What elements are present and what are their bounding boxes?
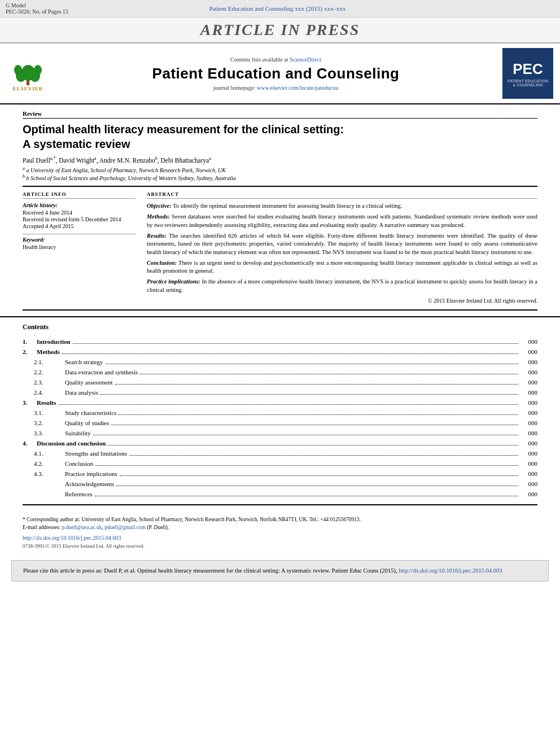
received-date: Received 4 June 2014 <box>23 209 135 216</box>
toc-page: 000 <box>520 470 537 477</box>
toc-dots <box>129 448 518 456</box>
toc-number: 2.3. <box>34 379 65 386</box>
journal-header: ELSEVIER Contents lists available at Sci… <box>0 43 560 104</box>
toc-number: 1. <box>23 338 37 345</box>
model-info: G Model PEC-5026; No. of Pages 13 <box>6 2 68 15</box>
article-title: Optimal health literacy measurement for … <box>23 122 537 151</box>
toc-page: 000 <box>520 430 537 436</box>
toc-number: 3. <box>23 399 37 406</box>
svg-point-5 <box>34 65 42 75</box>
toc-text: Methods <box>37 348 60 355</box>
toc-item: 3.Results000 <box>23 397 537 406</box>
citation-doi-link[interactable]: http://dx.doi.org/10.1016/j.pec.2015.04.… <box>399 567 502 574</box>
toc-dots <box>120 468 518 476</box>
article-info-header: ARTICLE INFO <box>23 191 135 199</box>
keyword-value: Health literacy <box>23 244 135 250</box>
abstract-practice: Practice implications: In the absence of… <box>147 278 537 294</box>
toc-dots <box>95 488 518 496</box>
contents-line: Contents lists available at ScienceDirec… <box>49 56 502 63</box>
toc-page: 000 <box>520 348 537 355</box>
toc-dots <box>140 366 518 374</box>
doi-link[interactable]: http://dx.doi.org/10.1016/j.pec.2015.04.… <box>23 535 121 541</box>
toc-item: 3.3.Suitability000 <box>23 427 537 436</box>
abstract-col: ABSTRACT Objective: To identify the opti… <box>147 191 537 304</box>
toc-text: Suitability <box>65 430 91 436</box>
accepted-date: Accepted 4 April 2015 <box>23 223 135 229</box>
toc-text: Quality of studies <box>65 420 109 426</box>
copyright-line: © 2015 Elsevier Ireland Ltd. All rights … <box>147 298 537 304</box>
toc-item: 2.1.Search strategy000 <box>23 356 537 365</box>
toc-item: 1.Introduction000 <box>23 336 537 345</box>
toc-number: 2.4. <box>34 389 65 396</box>
toc-page: 000 <box>520 450 537 457</box>
abstract-conclusion: Conclusion: There is an urgent need to d… <box>147 259 537 276</box>
toc-text: Data extraction and synthesis <box>65 369 138 375</box>
email2[interactable]: pduell@gmail.com <box>104 525 146 530</box>
toc-page: 000 <box>520 399 537 406</box>
toc-number: 3.3. <box>34 430 65 436</box>
email-line: E-mail addresses: p.duell@uea.ac.uk, pdu… <box>23 525 537 530</box>
toc-page: 000 <box>520 420 537 426</box>
sciencedirect-link[interactable]: ScienceDirect <box>290 56 321 63</box>
toc-number: 2.2. <box>34 369 65 375</box>
toc-dots <box>116 478 518 486</box>
divider-thick <box>23 186 537 187</box>
toc-text: Search strategy <box>65 359 103 365</box>
divider-after-toc <box>23 504 537 505</box>
toc-dots <box>93 427 518 435</box>
abstract-results: Results: The searches identified 626 art… <box>147 232 537 257</box>
toc-number: 4.2. <box>34 460 65 467</box>
footer-section: * Corresponding author at: University of… <box>0 511 560 554</box>
issn-line: 0738-3991/© 2015 Elsevier Ireland Ltd. A… <box>23 543 537 549</box>
contents-section: Contents 1.Introduction0002.Methods0002.… <box>0 316 560 504</box>
elsevier-logo: ELSEVIER <box>7 56 49 91</box>
homepage-url[interactable]: www.elsevier.com/locate/pateducou <box>257 85 338 91</box>
toc-item: 3.1.Study characteristics000 <box>23 407 537 416</box>
divider-after-abstract <box>23 309 537 311</box>
article-body: Review Optimal health literacy measureme… <box>0 104 560 309</box>
toc-page: 000 <box>520 389 537 396</box>
toc-number: 2. <box>23 348 37 355</box>
toc-text: Introduction <box>37 338 71 345</box>
revised-date: Received in revised form 5 December 2014 <box>23 216 135 222</box>
toc-text: Results <box>37 399 56 406</box>
email1[interactable]: p.duell@uea.ac.uk <box>62 525 102 530</box>
toc-dots <box>111 417 518 425</box>
toc-number: 4.3. <box>34 470 65 477</box>
toc-item: 2.Methods000 <box>23 346 537 355</box>
toc-item: 4.2.Conclusion000 <box>23 458 537 467</box>
toc-container: 1.Introduction0002.Methods0002.1.Search … <box>23 336 537 497</box>
toc-page: 000 <box>520 460 537 467</box>
toc-item: 4.1.Strengths and limitations000 <box>23 448 537 457</box>
toc-dots <box>100 387 518 395</box>
toc-text: Strengths and limitations <box>65 450 127 457</box>
affiliation-b: b b School of Social Sciences and Psycho… <box>23 174 537 181</box>
authors-line: Paul Duella,*, David Wrighta, Andre M.N.… <box>23 156 537 164</box>
toc-text: Acknowledgements <box>65 480 114 487</box>
pec-logo: PEC PATIENT EDUCATION& COUNSELING <box>502 48 553 99</box>
toc-dots <box>106 356 519 364</box>
toc-text: Study characteristics <box>65 409 116 416</box>
toc-text: Quality assessment <box>65 379 113 386</box>
review-label: Review <box>23 110 537 119</box>
two-col-layout: ARTICLE INFO Article history: Received 4… <box>23 191 537 304</box>
top-bar: G Model PEC-5026; No. of Pages 13 Patien… <box>0 0 560 18</box>
toc-dots <box>95 458 518 466</box>
toc-text: Practice implications <box>65 470 117 477</box>
svg-point-4 <box>14 65 22 75</box>
toc-item: References000 <box>23 488 537 497</box>
toc-dots <box>73 336 518 344</box>
toc-number: 3.1. <box>34 409 65 416</box>
toc-item: 2.4.Data analysis000 <box>23 387 537 396</box>
keyword-label: Keyword: <box>23 234 135 243</box>
homepage-line: journal homepage: www.elsevier.com/locat… <box>49 85 502 91</box>
toc-page: 000 <box>520 440 537 447</box>
toc-item: 2.2.Data extraction and synthesis000 <box>23 366 537 375</box>
journal-title-block: Contents lists available at ScienceDirec… <box>49 56 502 91</box>
toc-number: 2.1. <box>34 359 65 365</box>
toc-page: 000 <box>520 338 537 345</box>
history-label: Article history: <box>23 202 135 208</box>
toc-dots <box>58 397 518 405</box>
article-in-press-banner: ARTICLE IN PRESS <box>0 18 560 43</box>
journal-ref-top: Patient Education and Counseling xxx (20… <box>68 5 487 12</box>
